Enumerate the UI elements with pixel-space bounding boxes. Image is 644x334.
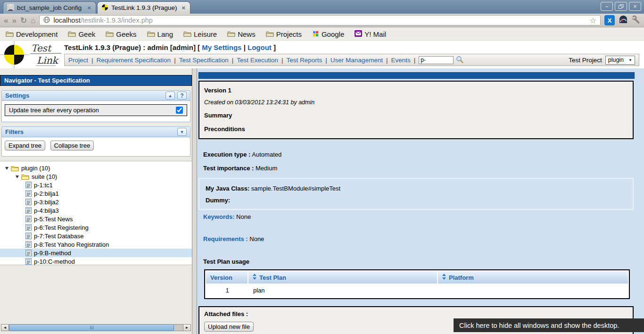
tree-node-label: p-1:tc1 [34,182,53,189]
test-project-value: plugin [608,57,624,63]
bookmark-item[interactable]: Geek [68,30,95,38]
bookmark-star-icon[interactable]: ☆ [590,16,596,25]
scrollbar-track[interactable] [174,324,183,331]
tree-node-p-5-Test[interactable]: p-5:Test News [0,215,192,223]
bookmark-item[interactable]: Leisure [183,30,217,38]
bookmark-item[interactable]: Development [6,30,58,38]
java-class-value: sample.TestBModule#simpleTest [251,185,340,192]
expand-tree-button[interactable]: Expand tree [5,141,45,150]
tree-node-p-9-B-method[interactable]: p-9:B-method [0,249,192,257]
scroll-left-icon[interactable]: ◄ [1,324,9,331]
speedometer-icon[interactable] [619,15,628,26]
testcase-icon [25,199,32,205]
bookmark-label: Lang [157,30,173,38]
help-icon[interactable]: ? [177,92,187,100]
search-icon[interactable] [456,56,463,65]
bookmark-label: Y! Mail [364,30,386,38]
forward-icon[interactable]: » [12,17,16,25]
folder-icon [21,174,29,180]
tree-expander-icon[interactable] [5,165,9,172]
folder-icon [106,30,114,38]
filters-panel-header[interactable]: Filters ▼ [1,126,190,137]
tree-node-suite[interactable]: suite (10) [0,172,192,181]
settings-panel-header[interactable]: Settings ▲ ? [1,90,190,101]
home-icon[interactable]: ⌂ [31,17,35,25]
table-body: 1plan [206,284,628,297]
preconditions-label: Preconditions [204,125,628,133]
my-settings-link[interactable]: My Settings [202,43,241,51]
menu-link-test-execution[interactable]: Test Execution [237,57,278,64]
sort-icon[interactable] [253,274,256,281]
menu-link-test-reports[interactable]: Test Reports [287,57,322,64]
menu-link-test-specification[interactable]: Test Specification [179,57,229,64]
menu-link-user-management[interactable]: User Management [330,57,383,64]
testcase-title-bar [198,72,635,79]
table-row: 1plan [206,284,628,297]
testcase-icon [25,207,32,214]
tree-node-p-3-bilja2[interactable]: p-3:bilja2 [0,198,192,206]
bookmark-item[interactable]: Google [312,30,344,39]
menu-link-project[interactable]: Project [68,57,88,64]
requirements-value: None [249,235,264,242]
update-tree-setting: Update tree after every operation [5,104,187,116]
reload-icon[interactable]: ↻ [20,17,27,25]
expand-panel-icon[interactable]: ▼ [177,128,187,136]
address-bar[interactable]: localhost/testlink-1.9.3/index.php ☆ [39,15,601,25]
extension-x-icon[interactable]: X [604,15,615,25]
bookmarks-bar: DevelopmentGeekGeeksLangLeisureNewsProje… [0,27,644,41]
test-plan-usage-table: VersionTest PlanPlatform 1plan [204,269,630,299]
tree-node-p-1-tc1[interactable]: p-1:tc1 [0,181,192,189]
scroll-right-icon[interactable]: ► [183,324,191,331]
column-header-test-plan[interactable]: Test Plan [248,271,437,284]
upload-new-file-button[interactable]: Upload new file [204,322,254,332]
bookmark-item[interactable]: News [227,30,256,38]
minimize-button[interactable]: − [601,2,613,11]
wrench-icon[interactable] [632,15,640,25]
pane-resize-handle[interactable] [192,68,197,334]
tree-node-p-8-Test[interactable]: p-8:Test Yahoo Registration [0,240,192,249]
back-icon[interactable]: « [4,17,8,25]
testcase-icon [25,233,32,239]
tree-node-p-6-Test[interactable]: p-6:Test Registering [0,223,192,232]
folder-icon [11,165,19,171]
filters-panel: Filters ▼ Expand tree Collapse tree [1,126,190,157]
menu-link-events[interactable]: Events [391,57,410,64]
collapse-panel-icon[interactable]: ▲ [165,92,175,100]
sidebar-horizontal-scrollbar: ◄ ► [1,324,191,331]
testcase-search-input[interactable] [419,56,454,64]
tab-testlink[interactable]: TestLink 1.9.3 (Prague) × [97,1,190,14]
bookmark-item[interactable]: Lang [147,30,173,38]
sort-icon[interactable] [442,274,446,281]
header-prefix: TestLink 1.9.3 (Prague) : admin [admin] … [64,43,200,51]
bookmark-label: Geek [78,30,95,38]
bookmark-item[interactable]: Projects [266,30,302,38]
screen: bct_sample_job Config [ × TestLink 1.9.3… [0,0,644,334]
test-project-select[interactable]: plugin ▼ [605,56,635,65]
tree-node-p-4-bilja3[interactable]: p-4:bilja3 [0,206,192,215]
column-header-version: Version [206,271,248,284]
version-box: Version 1 Created on 03/03/2012 13:24:31… [198,81,634,139]
tree-expander-icon[interactable] [15,173,19,180]
close-icon[interactable]: × [86,4,92,11]
custom-field-dummy: Dummy: [206,197,627,204]
column-header-platform[interactable]: Platform [438,271,628,284]
close-icon[interactable]: × [181,4,186,11]
bookmark-item[interactable]: Y! Mail [355,30,386,38]
testcase-icon [25,216,32,222]
logout-link[interactable]: Logout [248,43,272,51]
tree-node-plugin[interactable]: plugin (10) [0,164,192,172]
execution-type-value: Automated [252,151,281,158]
bookmark-item[interactable]: Geeks [106,30,136,38]
execution-type-label: Execution type : [203,151,250,158]
tree-node-p-2-bilja1[interactable]: p-2:bilja1 [0,189,192,198]
tab-bct-sample-job[interactable]: bct_sample_job Config [ × [3,1,96,14]
update-tree-checkbox[interactable] [176,107,183,114]
collapse-tree-button[interactable]: Collapse tree [50,141,94,150]
url-path: /testlink-1.9.3/index.php [81,17,153,24]
close-window-button[interactable]: × [629,2,641,11]
tree-node-p-7-Test[interactable]: p-7:Test Database [0,232,192,240]
restore-button[interactable] [615,2,627,11]
tree-node-p-10-C-method[interactable]: p-10:C-method [0,257,192,266]
scrollbar-thumb[interactable] [9,324,174,331]
menu-link-requirement-specification[interactable]: Requirement Specification [97,57,171,64]
